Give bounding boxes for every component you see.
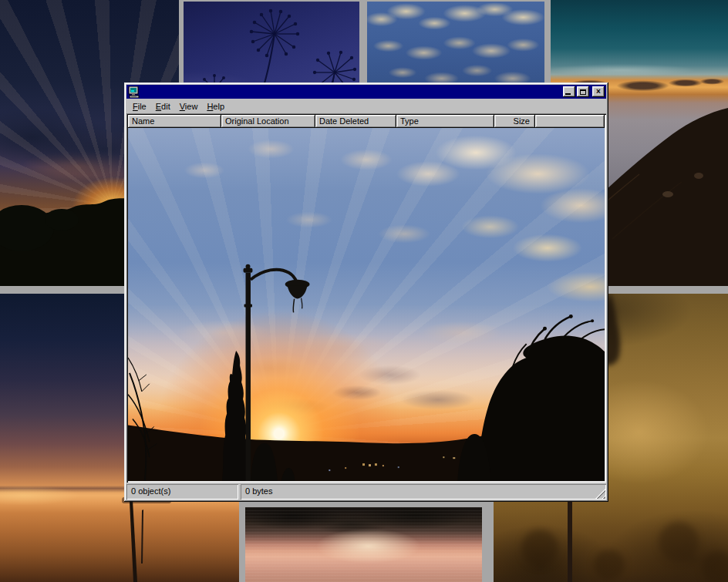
column-header-row: Name Original Location Date Deleted Type…: [128, 115, 605, 128]
minimize-icon: [565, 93, 571, 95]
minimize-button[interactable]: [563, 86, 575, 97]
menu-view[interactable]: View: [175, 100, 203, 113]
titlebar[interactable]: ×: [126, 85, 606, 99]
wallpaper-tile-pink-reflection: [245, 507, 482, 582]
column-header-date-deleted[interactable]: Date Deleted: [315, 115, 396, 128]
maximize-icon: [580, 89, 586, 95]
recycle-bin-window: × File Edit View Help Name Original Loca…: [124, 82, 608, 502]
column-header-size[interactable]: Size: [494, 115, 535, 128]
close-icon: ×: [596, 88, 601, 96]
photo-silhouettes: [128, 128, 605, 481]
computer-icon[interactable]: [128, 86, 140, 98]
list-view: Name Original Location Date Deleted Type…: [126, 113, 606, 483]
column-header-name[interactable]: Name: [128, 115, 221, 128]
column-header-blank: [535, 115, 605, 128]
menu-file[interactable]: File: [128, 100, 151, 113]
sunset-streetlamp-photo: [128, 128, 605, 481]
column-header-original-location[interactable]: Original Location: [221, 115, 315, 128]
status-bar: 0 object(s) 0 bytes: [126, 484, 606, 500]
menu-edit[interactable]: Edit: [151, 100, 175, 113]
window-controls: ×: [563, 86, 605, 97]
status-size: 0 bytes: [241, 484, 606, 500]
menu-bar: File Edit View Help: [126, 99, 606, 113]
menu-help[interactable]: Help: [202, 100, 229, 113]
column-header-type[interactable]: Type: [396, 115, 494, 128]
desktop: × File Edit View Help Name Original Loca…: [0, 0, 728, 582]
maximize-button[interactable]: [577, 86, 589, 97]
close-button[interactable]: ×: [592, 86, 605, 97]
status-object-count: 0 object(s): [126, 484, 238, 500]
